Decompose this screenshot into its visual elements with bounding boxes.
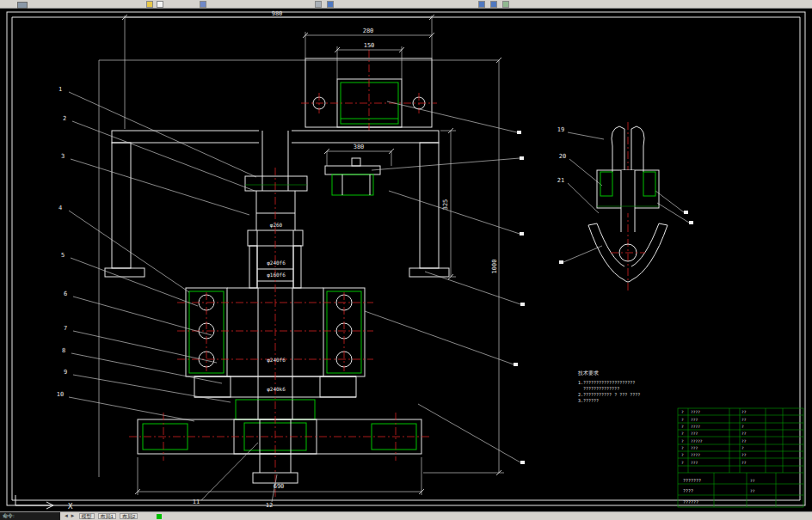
tb-company: ?????? (683, 499, 698, 505)
tab-layout1[interactable]: 布局1 (98, 513, 116, 519)
tb-r5-no: ? (681, 439, 684, 444)
callout-6: 6 (64, 291, 67, 297)
toolbar-handle[interactable] (17, 2, 28, 9)
callout-7: 7 (64, 325, 67, 332)
dim-width-150: 150 (364, 42, 375, 49)
tb-sheet-label: ?? (750, 489, 755, 493)
print-icon[interactable] (315, 1, 322, 8)
tab-scroll-icons[interactable]: ◄ ► (64, 512, 76, 520)
cad-viewport[interactable]: 9802801503806903251000φ260φ240f6φ160f6φ2… (0, 9, 812, 511)
tb-r6-mat: ? (741, 446, 744, 450)
tb-r5-name: ????? (691, 439, 703, 444)
layout-tabs: ◄ ► 模型 布局1 布局2 (64, 512, 138, 520)
new-icon[interactable] (157, 1, 163, 8)
dim-width-280: 280 (363, 28, 374, 34)
zoom-extents-icon[interactable] (478, 1, 485, 8)
callout-20: 20 (559, 153, 566, 160)
callout-21: 21 (557, 177, 564, 184)
save-icon[interactable] (200, 1, 206, 8)
callout-9: 9 (64, 369, 67, 376)
callout-3: 3 (61, 153, 65, 160)
dim-shaft-1: φ260 (270, 222, 283, 229)
dim-380: 380 (354, 144, 365, 150)
tb-r4-name: ??? (691, 431, 698, 436)
zoom-window-icon[interactable] (327, 1, 334, 8)
tb-r8-name: ??? (691, 461, 698, 465)
tb-r1-mat: ?? (741, 410, 747, 414)
callout-19: 19 (557, 126, 564, 133)
tb-r5-mat: ?? (741, 439, 747, 444)
callout-5: 5 (61, 252, 65, 259)
callout-2: 2 (63, 115, 66, 122)
status-indicator (157, 514, 162, 519)
properties-icon[interactable] (502, 1, 509, 8)
notes-line-2: ?????????????? (583, 386, 619, 391)
tb-r8-mat: ?? (741, 461, 747, 465)
dim-bottom-overall: 690 (274, 483, 285, 490)
callout-4: 4 (58, 205, 62, 211)
tb-drawing-title: ??????? (683, 478, 701, 483)
dim-shaft-4: φ240f6 (267, 357, 286, 364)
ucs-x-label: X (68, 502, 73, 511)
dim-shaft-3: φ160f6 (267, 272, 286, 278)
notes-line-3: 2.??????????? ? ??? ???? (578, 392, 640, 397)
tb-r4-no: ? (681, 431, 684, 436)
tb-r7-name: ???? (691, 453, 700, 457)
tb-r7-no: ? (681, 453, 684, 457)
tb-r6-no: ? (681, 446, 684, 450)
tb-material-label: ???? (683, 488, 693, 493)
dim-shaft-5: φ240k6 (267, 386, 286, 393)
tb-r3-no: ? (681, 425, 684, 429)
dim-shaft-2: φ240f6 (267, 260, 286, 266)
tab-layout2[interactable]: 布局2 (120, 513, 138, 519)
dim-height-inner: 325 (442, 199, 449, 211)
notes-line-1: 1.???????????????????? (578, 380, 635, 385)
dim-height-outer: 1000 (491, 260, 498, 274)
tb-r2-no: ? (681, 418, 684, 422)
tb-scale-label: ?? (750, 479, 755, 483)
open-icon[interactable] (146, 1, 153, 8)
toolbar (0, 0, 812, 9)
tb-r3-name: ???? (691, 425, 700, 429)
callout-8: 8 (62, 347, 65, 354)
tb-r8-no: ? (681, 461, 684, 465)
tb-r6-name: ??? (691, 446, 698, 450)
dim-top-overall: 980 (272, 10, 283, 17)
notes-line-4: 3.?????? (578, 398, 599, 403)
cad-application-window: 9802801503806903251000φ260φ240f6φ160f6φ2… (0, 0, 812, 520)
tb-r2-name: ??? (691, 418, 698, 422)
notes-title: 技术要求 (577, 370, 599, 376)
tab-model[interactable]: 模型 (79, 513, 95, 519)
command-prompt: 命令: (3, 513, 15, 518)
tb-r2-mat: ?? (741, 418, 747, 422)
tb-r1-no: ? (681, 410, 684, 414)
pan-icon[interactable] (490, 1, 497, 8)
tb-r4-mat: ?? (741, 431, 747, 436)
tb-r7-mat: ?? (741, 453, 747, 457)
tb-r1-name: ???? (691, 410, 700, 414)
callout-1: 1 (58, 86, 62, 93)
statusbar: 命令: ◄ ► 模型 布局1 布局2 (0, 511, 812, 520)
callout-12: 12 (266, 502, 273, 509)
callout-11: 11 (193, 499, 200, 505)
command-line[interactable]: 命令: (0, 512, 60, 520)
callout-10: 10 (57, 391, 64, 398)
drawing-canvas[interactable]: 9802801503806903251000φ260φ240f6φ160f6φ2… (0, 9, 812, 511)
tb-r3-mat: ? (741, 425, 744, 429)
